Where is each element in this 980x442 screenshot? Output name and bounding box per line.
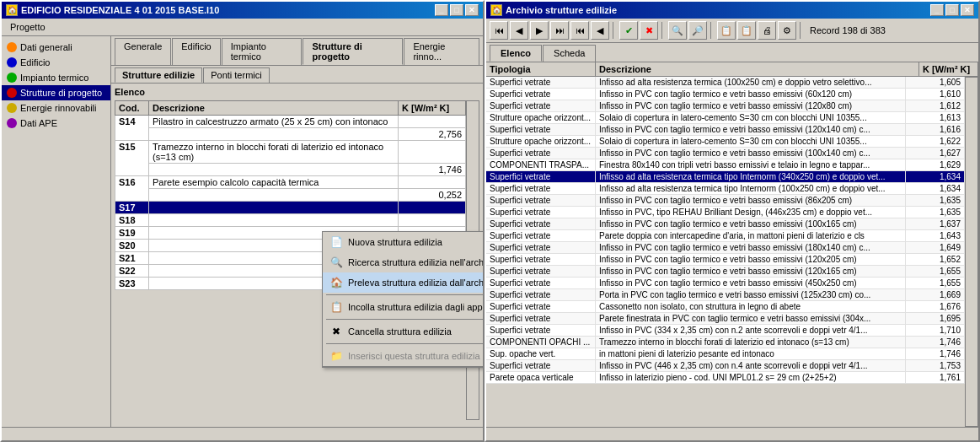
right-vertical-scrollbar[interactable] — [965, 77, 978, 427]
list-item[interactable]: Superfici vetrate Infisso in PVC (334 x … — [486, 325, 965, 337]
list-item[interactable]: Superfici vetrate Infisso in PVC (446 x … — [486, 360, 965, 372]
ctx-delete-structure-label: Cancella struttura edilizia — [348, 326, 452, 337]
list-item[interactable]: Superfici vetrate Infisso in PVC con tag… — [486, 148, 965, 159]
list-item-selected[interactable]: Superfici vetrate Infisso ad alta resist… — [486, 171, 965, 183]
list-item[interactable]: Sup. opache vert. in mattoni pieni di la… — [486, 348, 965, 360]
table-row[interactable]: S14 Pilastro in calcestruzzo armato (25 … — [115, 116, 466, 128]
row-desc: Tramezzo interno in blocchi forati di la… — [149, 141, 399, 164]
list-item[interactable]: Superfici vetrate Parete finestrata in P… — [486, 313, 965, 325]
sidebar-item-dati-generali[interactable]: Dati generali — [2, 40, 110, 55]
list-item[interactable]: Strutture opache orizzont... Solaio di c… — [486, 136, 965, 148]
list-item[interactable]: Superfici vetrate Infisso ad alta resist… — [486, 183, 965, 195]
sidebar-item-dati-ape[interactable]: Dati APE — [2, 116, 110, 131]
tab-generale[interactable]: Generale — [115, 38, 171, 65]
list-item[interactable]: Superfici vetrate Infisso in PVC con tag… — [486, 89, 965, 100]
row-desc: Infisso ad alta resistenza termica (100x… — [596, 77, 906, 88]
right-minimize-button[interactable]: _ — [930, 4, 944, 16]
right-maximize-button[interactable]: □ — [945, 4, 959, 16]
toolbar-separator-4 — [800, 22, 803, 39]
settings-button[interactable]: ⚙ — [778, 21, 796, 40]
list-item[interactable]: COMPONENTI OPACHI ... Tramezzo interno i… — [486, 337, 965, 348]
maximize-button[interactable]: □ — [450, 4, 463, 16]
right-window-title: Archivio strutture edilizie — [506, 5, 617, 15]
sidebar-item-edificio[interactable]: Edificio — [2, 55, 110, 70]
menu-progetto[interactable]: Progetto — [5, 20, 51, 34]
list-item[interactable]: Superfici vetrate Infisso ad alta resist… — [486, 77, 965, 89]
list-item[interactable]: COMPONENTI TRASPA... Finestra 80x140 con… — [486, 159, 965, 171]
row-k: 1,649 — [906, 242, 965, 253]
list-item[interactable]: Superfici vetrate Porta in PVC con tagli… — [486, 289, 965, 301]
ctx-new-structure[interactable]: 📄 Nuova struttura edilizia — [323, 232, 483, 252]
row-desc: Infisso in PVC con taglio termico e vetr… — [596, 278, 906, 288]
tab-scheda[interactable]: Scheda — [543, 45, 596, 62]
nav-next-button[interactable]: ▶ — [530, 21, 549, 40]
tab-elenco[interactable]: Elenco — [490, 45, 542, 62]
list-item[interactable]: Superfici vetrate Infisso in PVC con tag… — [486, 218, 965, 230]
nav-prev-button[interactable]: ◀ — [510, 21, 528, 40]
row-k: 1,753 — [906, 360, 965, 371]
right-title-bar: 🏠 Archivio strutture edilizie _ □ ✕ — [486, 2, 978, 19]
ctx-delete-structure[interactable]: ✖ Cancella struttura edilizia — [323, 321, 483, 342]
table-row-sub: 2,756 — [115, 128, 466, 141]
close-button[interactable]: ✕ — [465, 4, 479, 16]
list-item[interactable]: Superfici vetrate Infisso in PVC con tag… — [486, 124, 965, 136]
list-item[interactable]: Superfici vetrate Infisso in PVC con tag… — [486, 195, 965, 207]
table-row[interactable]: S15 Tramezzo interno in blocchi forati d… — [115, 141, 466, 164]
row-cod: S23 — [115, 278, 149, 290]
sidebar-item-strutture[interactable]: Strutture di progetto — [2, 85, 110, 100]
tab-impianto[interactable]: Impianto termico — [222, 38, 303, 65]
delete-structure-icon: ✖ — [329, 325, 343, 338]
ctx-preleva-structure[interactable]: 🏠 Preleva struttura edilizia dall'archiv… — [323, 272, 483, 293]
nav-label-impianto: Impianto termico — [20, 73, 88, 83]
subtab-ponti-termici[interactable]: Ponti termici — [203, 67, 270, 83]
list-item[interactable]: Parete opaca verticale Infisso in lateri… — [486, 372, 965, 384]
list-item[interactable]: Strutture opache orizzont... Solaio di c… — [486, 112, 965, 124]
search2-button[interactable]: 🔎 — [688, 21, 707, 40]
list-item[interactable]: Superfici vetrate Cassonetto non isolato… — [486, 301, 965, 313]
table-row[interactable]: S18 — [115, 214, 466, 227]
tab-strutture[interactable]: Strutture di progetto — [303, 38, 403, 65]
list-item[interactable]: Superfici vetrate Infisso in PVC, tipo R… — [486, 207, 965, 218]
col-cod: Cod. — [115, 101, 149, 116]
table-row-selected[interactable]: S17 — [115, 202, 466, 214]
left-window-title: EDIFICIO RESIDENZIALE 4 01 2015 BASE.I10 — [21, 5, 219, 15]
subtab-strutture-edilizie[interactable]: Strutture edilizie — [115, 67, 202, 83]
nav-prev2-button[interactable]: ◀ — [591, 21, 609, 40]
tab-edificio[interactable]: Edificio — [172, 38, 220, 65]
row-desc: Parete esempio calcolo capacità termica — [149, 176, 399, 189]
list-item[interactable]: Superfici vetrate Infisso in PVC con tag… — [486, 266, 965, 278]
nav-last-button[interactable]: ⏭ — [550, 21, 569, 40]
list-item[interactable]: Superfici vetrate Infisso in PVC con tag… — [486, 100, 965, 112]
cancel-button[interactable]: ✖ — [640, 21, 658, 40]
confirm-button[interactable]: ✔ — [619, 21, 638, 40]
sidebar-item-impianto[interactable]: Impianto termico — [2, 70, 110, 85]
h-scrollbar-left[interactable] — [2, 428, 483, 440]
search-button[interactable]: 🔍 — [668, 21, 687, 40]
row-tip: Superfici vetrate — [486, 325, 596, 336]
list-item[interactable]: Superfici vetrate Infisso in PVC con tag… — [486, 254, 965, 266]
minimize-button[interactable]: _ — [435, 4, 448, 16]
nav-dot-yellow — [7, 103, 17, 113]
ctx-paste-structure-label: Incolla struttura edilizia dagli appunti — [348, 302, 483, 312]
nav-first-button[interactable]: ⏮ — [490, 21, 508, 40]
list-item[interactable]: Superfici vetrate Infisso in PVC con tag… — [486, 242, 965, 254]
copy-button[interactable]: 📋 — [717, 21, 736, 40]
table-row[interactable]: S16 Parete esempio calcolo capacità term… — [115, 176, 466, 189]
right-close-button[interactable]: ✕ — [961, 4, 974, 16]
preleva-structure-icon: 🏠 — [329, 276, 343, 289]
row-tip: Superfici vetrate — [486, 148, 596, 159]
tab-energie[interactable]: Energie rinno... — [404, 38, 479, 65]
nav-label-edificio: Edificio — [20, 57, 50, 67]
paste-button[interactable]: 📋 — [737, 21, 756, 40]
sidebar-item-energie[interactable]: Energie rinnovabili — [2, 100, 110, 116]
left-window: 🏠 EDIFICIO RESIDENZIALE 4 01 2015 BASE.I… — [0, 0, 485, 442]
list-item[interactable]: Superfici vetrate Infisso in PVC con tag… — [486, 278, 965, 289]
ctx-paste-structure[interactable]: 📋 Incolla struttura edilizia dagli appun… — [323, 297, 483, 317]
row-k: 1,655 — [906, 266, 965, 277]
print-button[interactable]: 🖨 — [758, 21, 776, 40]
nav-first2-button[interactable]: ⏮ — [570, 21, 589, 40]
ctx-search-structure[interactable]: 🔍 Ricerca struttura edilizia nell'archiv… — [323, 252, 483, 272]
left-bottom-scroll — [2, 427, 483, 440]
right-h-scrollbar[interactable] — [486, 428, 978, 440]
list-item[interactable]: Superfici vetrate Parete doppia con inte… — [486, 230, 965, 242]
